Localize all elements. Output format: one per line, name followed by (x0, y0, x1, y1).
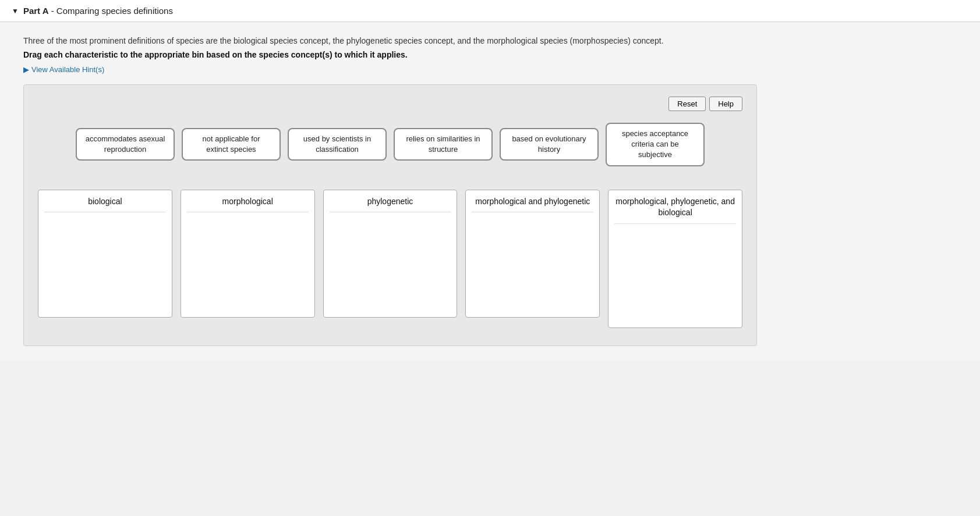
drag-drop-container: Reset Help accommodates asexual reproduc… (23, 84, 757, 346)
content-area: Three of the most prominent definitions … (0, 22, 980, 360)
drop-zone-zone4[interactable]: morphological and phylogenetic (465, 190, 600, 318)
drop-zones-area: biologicalmorphologicalphylogeneticmorph… (38, 190, 742, 328)
help-button[interactable]: Help (709, 97, 742, 111)
drag-item-item1[interactable]: accommodates asexual reproduction (76, 128, 175, 161)
hint-arrow-icon: ▶ (23, 65, 29, 74)
top-bar: ▼ Part A - Comparing species definitions (0, 0, 980, 22)
part-title: Part A - Comparing species definitions (23, 6, 173, 16)
drop-zone-zone5[interactable]: morphological, phylogenetic, and biologi… (608, 190, 742, 328)
part-title-text: Comparing species definitions (56, 6, 173, 16)
hint-link[interactable]: ▶ View Available Hint(s) (23, 65, 957, 74)
reset-button[interactable]: Reset (668, 97, 706, 111)
drop-zone-label-zone2: morphological (187, 196, 309, 213)
drop-zone-zone3[interactable]: phylogenetic (323, 190, 458, 318)
drag-item-item4[interactable]: relies on similarities in structure (394, 128, 493, 161)
drop-zone-label-zone1: biological (44, 196, 166, 213)
drag-item-item5[interactable]: based on evolutionary history (500, 128, 599, 161)
hint-label: View Available Hint(s) (31, 65, 104, 74)
description-text: Three of the most prominent definitions … (23, 36, 839, 45)
drop-zone-zone2[interactable]: morphological (181, 190, 315, 318)
instruction-text: Drag each characteristic to the appropri… (23, 50, 957, 59)
collapse-chevron[interactable]: ▼ (12, 7, 19, 15)
part-label: Part A (23, 6, 49, 16)
drop-zone-content-zone4[interactable] (472, 217, 593, 311)
drag-item-item2[interactable]: not applicable for extinct species (182, 128, 281, 161)
drop-zone-label-zone3: phylogenetic (330, 196, 451, 213)
drop-zone-content-zone5[interactable] (614, 229, 736, 322)
drop-zone-label-zone4: morphological and phylogenetic (472, 196, 593, 213)
drag-item-item6[interactable]: species acceptance criteria can be subje… (606, 123, 705, 166)
drop-zone-content-zone2[interactable] (187, 217, 309, 311)
part-separator: - (49, 6, 56, 16)
drop-zone-zone1[interactable]: biological (38, 190, 172, 318)
drop-zone-label-zone5: morphological, phylogenetic, and biologi… (614, 196, 736, 224)
toolbar: Reset Help (38, 97, 742, 111)
drop-zone-content-zone1[interactable] (44, 217, 166, 311)
draggable-items-area: accommodates asexual reproductionnot app… (38, 123, 742, 166)
drop-zone-content-zone3[interactable] (330, 217, 451, 311)
drag-item-item3[interactable]: used by scientists in classification (288, 128, 387, 161)
